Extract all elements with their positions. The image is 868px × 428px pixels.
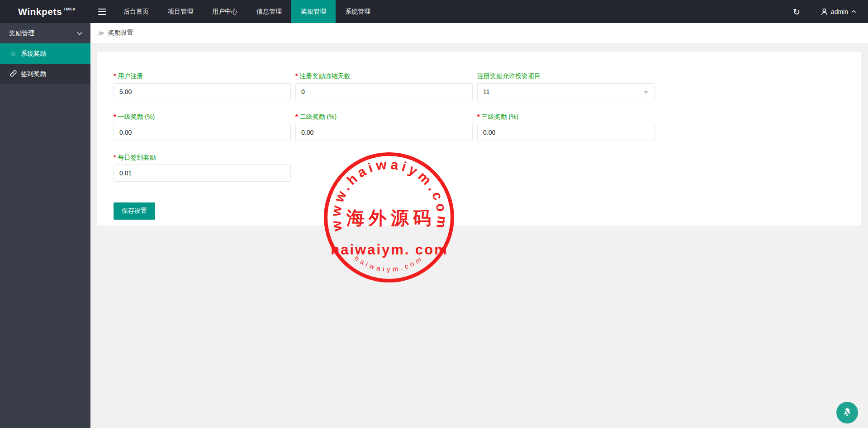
sidebar-item-system-rewards[interactable]: ☆ 系统奖励 <box>0 43 90 64</box>
required-mark: * <box>114 154 116 161</box>
menu-icon[interactable] <box>90 0 114 23</box>
field-freeze-days: *注册奖励冻结天数 <box>295 71 473 100</box>
field-label: 注册奖励冻结天数 <box>299 72 350 80</box>
link-icon <box>9 70 17 78</box>
refresh-icon[interactable]: ↻ <box>784 0 809 23</box>
field-level1-reward: *一级奖励 (%) <box>114 112 291 141</box>
required-mark: * <box>477 113 479 120</box>
nav-item-info[interactable]: 信息管理 <box>247 0 291 23</box>
field-label: 注册奖励允许投资项目 <box>477 72 541 80</box>
field-daily-signin: *每日签到奖励 <box>114 153 291 182</box>
nav-item-system[interactable]: 系统管理 <box>336 0 380 23</box>
form-row-2: *一级奖励 (%) *二级奖励 (%) *三级奖励 (%) <box>114 112 861 141</box>
form-row-3: *每日签到奖励 <box>114 153 861 182</box>
bell-off-icon <box>841 407 853 419</box>
nav-item-dashboard[interactable]: 后台首页 <box>114 0 158 23</box>
required-mark: * <box>114 72 116 80</box>
freeze-days-input[interactable] <box>295 83 473 100</box>
star-icon: ☆ <box>9 50 17 57</box>
field-label: 二级奖励 (%) <box>299 113 337 120</box>
username: admin <box>831 8 848 15</box>
select-value: 11 <box>483 88 490 95</box>
main-content: ≫ 奖励设置 *用户注册 *注册奖励冻结天数 注册奖励允许投资项目 <box>90 23 868 428</box>
sidebar-item-label: 系统奖励 <box>21 50 46 58</box>
level2-reward-input[interactable] <box>295 124 473 141</box>
nav-item-rewards[interactable]: 奖励管理 <box>291 0 336 23</box>
user-register-input[interactable] <box>114 83 291 100</box>
field-user-register: *用户注册 <box>114 71 291 100</box>
page-title: 奖励设置 <box>108 29 133 37</box>
chevron-down-icon <box>77 32 82 35</box>
field-allowed-project: 注册奖励允许投资项目 11 <box>477 71 655 100</box>
notification-fab-button[interactable] <box>836 402 858 423</box>
field-level2-reward: *二级奖励 (%) <box>295 112 473 141</box>
required-mark: * <box>295 113 298 120</box>
sidebar-item-signin-rewards[interactable]: 签到奖励 <box>0 64 90 84</box>
top-navbar: Winkpets TM6.0 后台首页 项目管理 用户中心 信息管理 奖励管理 … <box>0 0 868 23</box>
sidebar-group-rewards[interactable]: 奖励管理 <box>0 23 90 43</box>
chevron-up-icon <box>851 10 856 13</box>
caret-down-icon <box>643 91 649 94</box>
sidebar: 奖励管理 ☆ 系统奖励 签到奖励 <box>0 23 90 428</box>
user-dropdown[interactable]: admin <box>809 0 868 23</box>
field-label: 用户注册 <box>118 72 143 80</box>
required-mark: * <box>114 113 116 120</box>
required-mark: * <box>295 72 298 80</box>
field-label: 三级奖励 (%) <box>481 113 518 120</box>
sidebar-item-label: 签到奖励 <box>21 70 46 78</box>
nav-item-users[interactable]: 用户中心 <box>203 0 247 23</box>
rewards-settings-card: *用户注册 *注册奖励冻结天数 注册奖励允许投资项目 11 <box>97 52 861 226</box>
user-icon <box>821 8 828 15</box>
nav-item-projects[interactable]: 项目管理 <box>158 0 203 23</box>
save-settings-button[interactable]: 保存设置 <box>114 202 155 220</box>
sidebar-group-label: 奖励管理 <box>9 29 34 38</box>
app-logo-text: Winkpets <box>18 6 62 17</box>
field-label: 每日签到奖励 <box>118 154 156 161</box>
allowed-project-select[interactable]: 11 <box>477 83 655 100</box>
level1-reward-input[interactable] <box>114 124 291 141</box>
app-logo: Winkpets TM6.0 <box>0 0 90 23</box>
app-logo-version: TM6.0 <box>63 7 75 11</box>
breadcrumb-separator-icon: ≫ <box>98 29 104 37</box>
daily-signin-input[interactable] <box>114 165 291 182</box>
field-label: 一级奖励 (%) <box>118 113 155 120</box>
form-row-1: *用户注册 *注册奖励冻结天数 注册奖励允许投资项目 11 <box>114 71 861 100</box>
navbar-right: ↻ admin <box>784 0 868 23</box>
top-nav-menu: 后台首页 项目管理 用户中心 信息管理 奖励管理 系统管理 <box>114 0 380 23</box>
level3-reward-input[interactable] <box>477 124 655 141</box>
breadcrumb: ≫ 奖励设置 <box>90 23 868 43</box>
field-level3-reward: *三级奖励 (%) <box>477 112 655 141</box>
